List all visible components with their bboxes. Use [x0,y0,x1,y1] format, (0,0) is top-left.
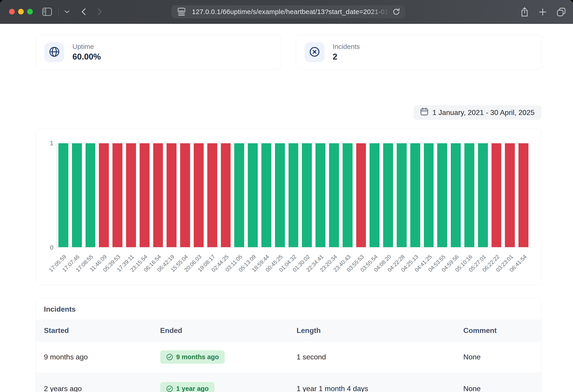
incidents-label: Incidents [333,43,360,51]
heartbeat-bar-down[interactable] [180,143,190,247]
heartbeat-bar-up[interactable] [315,143,325,247]
uptime-card: Uptime 60.00% [36,35,281,70]
date-range-button[interactable]: 1 January, 2021 - 30 April, 2025 [413,105,541,120]
heartbeat-bar-up[interactable] [478,143,488,247]
heartbeat-bar-down[interactable] [221,143,231,247]
heartbeat-bar-down[interactable] [99,143,109,247]
column-header-comment: Comment [455,320,541,341]
column-header-started: Started [36,320,152,341]
site-settings-icon[interactable] [178,7,186,16]
heartbeat-bar-down[interactable] [194,143,204,247]
date-range-label: 1 January, 2021 - 30 April, 2025 [432,108,535,117]
y-axis-tick-max: 1 [42,140,54,146]
sidebar-toggle-icon[interactable] [42,8,52,16]
ended-badge: 9 months ago [160,350,225,364]
heartbeat-bar-up[interactable] [234,143,244,247]
heartbeat-bar-up[interactable] [370,143,379,247]
uptime-label: Uptime [72,43,101,51]
heartbeat-bar-up[interactable] [261,143,271,247]
new-tab-icon[interactable] [538,8,547,16]
tab-overview-icon[interactable] [557,7,566,17]
heartbeat-bar-up[interactable] [424,143,434,247]
table-row: 9 months ago9 months ago1 secondNone [36,341,541,373]
close-window-button[interactable] [9,9,15,15]
ended-badge-label: 9 months ago [176,353,219,361]
started-cell: 9 months ago [36,341,152,373]
toolbar-divider [58,8,59,16]
heartbeat-bar-up[interactable] [343,143,353,247]
heartbeat-bar-down[interactable] [505,143,515,247]
heartbeat-bar-up[interactable] [451,143,461,247]
browser-toolbar: 127.0.0.1/66uptime/s/example/heartbeat/1… [0,0,573,24]
ended-cell: 9 months ago [152,341,288,373]
heartbeat-bar-down[interactable] [126,143,136,247]
heartbeat-bar-up[interactable] [72,143,82,247]
stats-row: Uptime 60.00% Incidents 2 [36,35,541,70]
heartbeat-bar-down[interactable] [167,143,177,247]
url-text: 127.0.0.1/66uptime/s/example/heartbeat/1… [192,8,393,16]
heartbeat-bar-down[interactable] [112,143,123,247]
forward-button[interactable] [98,8,102,15]
heartbeat-bar-up[interactable] [437,143,447,247]
zoom-window-button[interactable] [27,9,33,15]
incidents-value: 2 [333,52,360,62]
reload-icon[interactable] [393,8,400,16]
heartbeat-bar-down[interactable] [492,143,501,247]
heartbeat-bar-up[interactable] [397,143,407,247]
heartbeat-bar-down[interactable] [153,143,163,247]
x-circle-icon [309,46,320,58]
x-axis-label-cell: 06:41:54 [519,251,528,280]
page-body: Uptime 60.00% Incidents 2 [0,24,573,392]
incidents-table: Started Ended Length Comment 9 months ag… [36,320,541,392]
heartbeat-bar-up[interactable] [275,143,285,247]
heartbeat-bar-up[interactable] [58,143,68,247]
check-circle-icon [166,354,173,360]
back-button[interactable] [81,8,86,15]
chart-bars [58,143,528,247]
heartbeat-bar-down[interactable] [519,143,528,247]
incidents-table-card: Incidents Started Ended Length Comment 9… [36,298,541,392]
heartbeat-bar-up[interactable] [329,143,339,247]
uptime-icon-box [44,42,64,62]
check-circle-icon [166,385,173,392]
heartbeat-bar-up[interactable] [383,143,393,247]
globe-icon [49,46,60,58]
heartbeat-bar-up[interactable] [464,143,474,247]
chart-x-labels: 17:05:5917:07:4617:08:5511:46:0905:39:53… [58,251,528,280]
incidents-table-title: Incidents [36,298,541,320]
column-header-length: Length [288,320,455,341]
heartbeat-bar-up[interactable] [86,143,95,247]
heartbeat-bar-up[interactable] [288,143,299,247]
heartbeat-bar-up[interactable] [410,143,420,247]
ended-cell: 1 year ago [152,373,288,392]
table-row: 2 years ago1 year ago1 year 1 month 4 da… [36,373,541,392]
calendar-icon [420,107,428,118]
heartbeat-bar-up[interactable] [302,143,312,247]
started-cell: 2 years ago [36,373,152,392]
heartbeat-bar-down[interactable] [207,143,217,247]
incidents-card: Incidents 2 [296,35,541,70]
table-header-row: Started Ended Length Comment [36,320,541,341]
incidents-icon-box [304,42,324,62]
comment-cell: None [455,341,541,373]
address-bar[interactable]: 127.0.0.1/66uptime/s/example/heartbeat/1… [172,5,405,18]
y-axis-tick-min: 0 [42,244,54,251]
browser-window: 127.0.0.1/66uptime/s/example/heartbeat/1… [0,0,573,392]
date-range-row: 1 January, 2021 - 30 April, 2025 [36,105,541,120]
heartbeat-chart-card: 1 0 17:05:5917:07:4617:08:5511:46:0905:3… [36,128,541,285]
column-header-ended: Ended [152,320,288,341]
length-cell: 1 year 1 month 4 days [288,373,455,392]
uptime-value: 60.00% [72,52,101,62]
comment-cell: None [455,373,541,392]
incidents-rows: 9 months ago9 months ago1 secondNone2 ye… [36,341,541,392]
heartbeat-bar-up[interactable] [248,143,258,247]
chevron-down-icon[interactable] [65,10,70,13]
length-cell: 1 second [288,341,455,373]
ended-badge-label: 1 year ago [176,385,209,392]
window-controls [0,9,33,15]
heartbeat-bar-down[interactable] [140,143,150,247]
heartbeat-bar-down[interactable] [356,143,366,247]
ended-badge: 1 year ago [160,382,215,392]
minimize-window-button[interactable] [18,9,24,15]
share-icon[interactable] [520,7,529,17]
